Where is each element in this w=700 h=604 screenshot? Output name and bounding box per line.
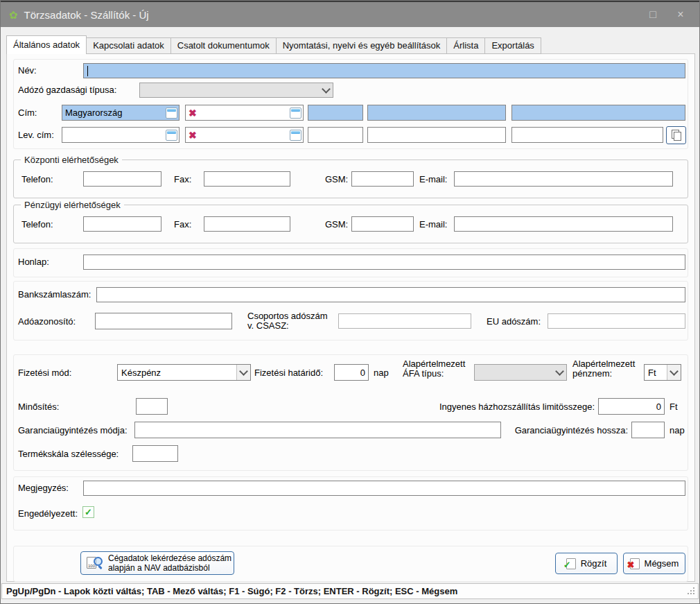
central-fax-label: Fax: (174, 175, 191, 184)
table-picker-icon[interactable] (290, 130, 301, 141)
payment-deadline-input[interactable]: 0 (334, 364, 369, 381)
warranty-method-input[interactable] (134, 422, 501, 438)
warranty-length-label: Garanciaügyintézés hossza: (510, 426, 628, 435)
financial-fax-label: Fax: (174, 220, 191, 230)
clear-icon[interactable]: ✖ (189, 130, 197, 140)
default-vat-label: Alapértelmezett ÁFA típus: (403, 359, 475, 379)
copy-address-button[interactable] (666, 126, 686, 144)
maximize-button[interactable]: □ (642, 6, 663, 24)
warranty-length-input[interactable] (631, 422, 665, 438)
chevron-down-icon (555, 367, 564, 376)
table-picker-icon[interactable] (290, 107, 301, 119)
mailing-city-field[interactable]: ✖ (185, 127, 304, 143)
text-cursor (87, 66, 88, 76)
copy-icon-front-page (674, 132, 681, 141)
default-currency-dropdown[interactable]: Ft (644, 364, 681, 381)
free-delivery-limit-label: Ingyenes házhozszállítás limitösszege: (382, 402, 595, 412)
resize-grip-dots (693, 593, 694, 594)
taxpayer-type-dropdown[interactable] (139, 83, 333, 98)
website-label: Honlap: (18, 257, 49, 267)
tab-kapcsolati-adatok[interactable]: Kapcsolati adatok (87, 37, 171, 54)
status-bar-text: PgUp/PgDn - Lapok közti váltás; TAB - Me… (6, 586, 457, 596)
payment-deadline-label: Fizetési határidő: (254, 368, 323, 378)
group-tax-id-label: Csoportos adószám v. CSASZ: (247, 311, 334, 331)
product-range-label: Termékskála szélessége: (18, 449, 119, 459)
default-vat-dropdown-button[interactable] (553, 365, 566, 380)
central-fax-input[interactable] (204, 171, 290, 187)
bank-account-input[interactable] (96, 287, 685, 302)
payment-method-dropdown[interactable]: Készpénz (117, 364, 251, 381)
window-title: Törzsadatok - Szállítók - Új (24, 9, 149, 21)
tab-csatolt-dokumentumok[interactable]: Csatolt dokumentumok (171, 37, 277, 54)
nav-company-lookup-label: Cégadatok lekérdezése adószám alapján a … (108, 553, 231, 573)
enabled-checkbox[interactable]: ✓ (82, 506, 94, 518)
tax-id-label: Adóazonosító: (18, 317, 76, 327)
tab-nyomtatasi-beallitasok[interactable]: Nyomtatási, nyelvi és egyéb beállítások (277, 37, 448, 54)
nav-label-line1: Cégadatok lekérdezése adószám (108, 553, 231, 563)
payment-deadline-unit: nap (374, 368, 389, 378)
tab-altalanos-adatok[interactable]: Általános adatok (6, 35, 87, 54)
save-doc-icon: ✓ (566, 558, 576, 569)
status-bar: PgUp/PgDn - Lapok közti váltás; TAB - Me… (1, 583, 699, 599)
warranty-method-label: Garanciaügyintézés módja: (18, 426, 128, 435)
eu-tax-id-input[interactable] (548, 313, 685, 329)
cancel-button[interactable]: ✖ Mégsem (623, 553, 685, 574)
titlebar: ✿ Törzsadatok - Szállítók - Új □ × (1, 1, 699, 27)
address-label: Cím: (18, 108, 37, 118)
default-vat-dropdown[interactable] (474, 364, 567, 381)
mailing-country-field[interactable] (62, 127, 180, 143)
mailing-street2-field[interactable] (511, 127, 663, 143)
default-currency-dropdown-button[interactable] (667, 365, 681, 380)
central-gsm-input[interactable] (351, 171, 414, 187)
table-picker-icon[interactable] (166, 130, 177, 141)
mailing-street-field[interactable] (367, 127, 506, 143)
bank-account-label: Bankszámlaszám: (18, 290, 91, 300)
table-picker-icon[interactable] (166, 107, 177, 119)
note-input[interactable] (83, 481, 685, 496)
free-delivery-limit-value: 0 (656, 402, 661, 412)
address-street2-field[interactable] (511, 105, 685, 121)
cancel-button-label: Mégsem (645, 558, 679, 569)
central-phone-label: Telefon: (21, 175, 53, 184)
address-country-value: Magyarország (65, 107, 122, 118)
nav-company-lookup-button[interactable]: 100 Cégadatok lekérdezése adószám alapjá… (80, 551, 234, 575)
financial-gsm-input[interactable] (351, 216, 414, 232)
group-tax-id-input[interactable] (338, 313, 471, 329)
address-zip-field[interactable] (308, 105, 363, 121)
table-picker-header (291, 109, 300, 112)
payment-method-dropdown-button[interactable] (236, 365, 250, 380)
table-picker-header (167, 131, 176, 134)
financial-contacts-title: Pénzügyi elérhetőségek (21, 200, 124, 210)
financial-email-input[interactable] (454, 216, 673, 232)
save-button[interactable]: ✓ Rögzít (555, 553, 618, 574)
close-button[interactable]: × (670, 6, 691, 24)
tab-exportalas[interactable]: Exportálás (485, 37, 541, 54)
tax-id-input[interactable] (95, 313, 232, 329)
address-country-field[interactable]: Magyarország (62, 105, 180, 121)
cancel-doc-icon: ✖ (630, 558, 640, 569)
address-city-field[interactable]: ✖ (185, 105, 304, 121)
central-email-input[interactable] (454, 171, 673, 187)
copy-icon (672, 130, 681, 141)
tab-arlista[interactable]: Árlista (447, 37, 485, 54)
name-input[interactable] (83, 63, 685, 78)
chevron-down-icon (239, 367, 248, 376)
financial-fax-input[interactable] (204, 216, 290, 232)
financial-phone-input[interactable] (83, 216, 161, 232)
resize-grip[interactable] (687, 587, 694, 595)
clear-icon[interactable]: ✖ (189, 108, 197, 118)
free-delivery-limit-unit: Ft (670, 402, 678, 412)
website-input[interactable] (83, 254, 685, 270)
free-delivery-limit-input[interactable]: 0 (598, 398, 665, 415)
taxpayer-type-dropdown-button[interactable] (320, 83, 333, 97)
default-currency-label: Alapértelmezett pénznem: (572, 359, 642, 379)
address-street-field[interactable] (367, 105, 506, 121)
x-icon: ✖ (627, 560, 635, 569)
financial-gsm-label: GSM: (325, 220, 348, 230)
nav-label-line2: alapján a NAV adatbázisból (108, 563, 210, 573)
central-phone-input[interactable] (83, 171, 161, 187)
mailing-zip-field[interactable] (308, 127, 363, 143)
product-range-input[interactable] (132, 445, 178, 462)
rating-input[interactable] (136, 398, 168, 415)
central-email-label: E-mail: (419, 175, 447, 184)
